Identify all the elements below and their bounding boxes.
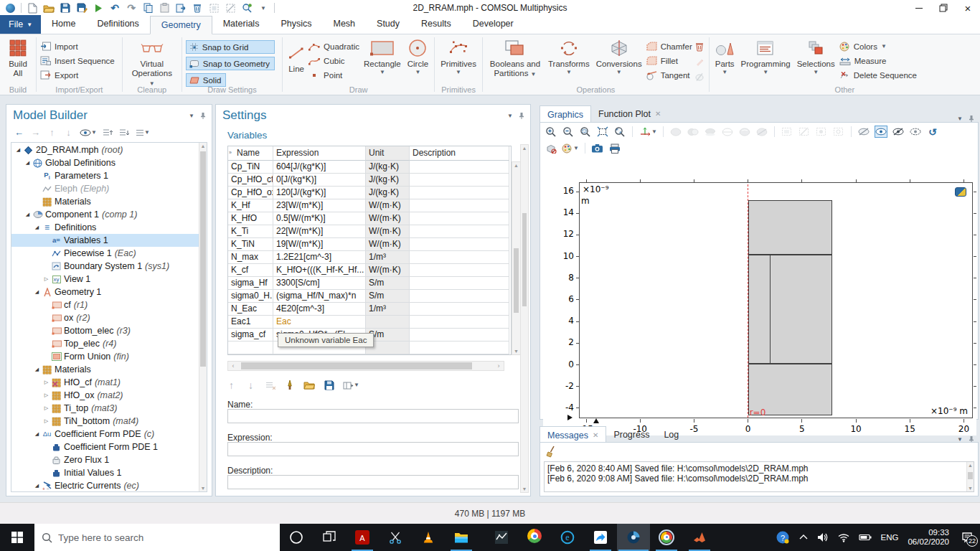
qat-delete-icon[interactable]: [192, 2, 203, 14]
cell-description[interactable]: [410, 303, 509, 316]
tab-physics[interactable]: Physics: [270, 15, 322, 34]
cell-expression[interactable]: 120[J/(kg*K)]: [273, 187, 366, 199]
cell-description[interactable]: [410, 342, 509, 354]
qat-copy-icon[interactable]: [142, 2, 154, 14]
tab-home[interactable]: Home: [41, 15, 86, 34]
cell-description[interactable]: [410, 316, 509, 329]
collapse-arrow-icon[interactable]: ◢: [33, 431, 41, 437]
oxide-region[interactable]: [748, 255, 832, 364]
tree-item-component-1[interactable]: ◢Component 1(comp 1): [11, 208, 199, 221]
view-unhidden-icon[interactable]: [875, 126, 887, 138]
tab-developer[interactable]: Developer: [462, 15, 524, 34]
cell-description[interactable]: [410, 187, 509, 199]
qat-duplicate-icon[interactable]: [175, 2, 187, 14]
cell-expression[interactable]: 0.5[W/(m*K)]: [273, 212, 366, 225]
tree-item-hfo-ox[interactable]: ▷HfO_ox(mat2): [11, 389, 199, 402]
cell-description[interactable]: [410, 290, 509, 303]
search-input[interactable]: [58, 532, 245, 543]
cell-name[interactable]: N_Eac: [228, 303, 273, 316]
table-row[interactable]: Cp_HfO_cf0[J/(kg*K)]J/(kg·K): [228, 174, 511, 187]
load-from-file-icon[interactable]: [303, 380, 315, 390]
taskbar-chrome-profile-button[interactable]: [650, 524, 683, 551]
messages-scrollbar[interactable]: ▲ ▼: [966, 462, 974, 491]
show-icon[interactable]: ▼: [80, 127, 97, 138]
cell-expression[interactable]: 1.2E21[cm^-3]: [273, 251, 366, 264]
close-button[interactable]: ×: [956, 0, 980, 16]
cell-description[interactable]: [410, 225, 509, 238]
cell-name[interactable]: K_cf: [228, 264, 273, 277]
chamfer-button[interactable]: Chamfer: [646, 40, 692, 52]
tree-item-initial-values-1[interactable]: Initial Values 1: [11, 466, 199, 479]
tree-item-bottom-elec[interactable]: Bottom_elec(r3): [11, 324, 199, 337]
battery-icon[interactable]: [859, 534, 872, 541]
fillet-button[interactable]: Fillet: [646, 55, 692, 67]
message-line[interactable]: [Feb 6, 2020 8:40 AM] Saved file: H:\com…: [545, 463, 974, 474]
zoom-out-icon[interactable]: [562, 126, 575, 138]
pick-icon[interactable]: [284, 380, 295, 390]
collapse-arrow-icon[interactable]: ◢: [24, 160, 32, 166]
cell-name[interactable]: K_TiN: [228, 238, 273, 251]
cf-ox-boundary[interactable]: [770, 255, 771, 364]
restore-button[interactable]: [931, 0, 956, 16]
transforms-button[interactable]: Transforms ▼: [546, 37, 592, 76]
circle-button[interactable]: Circle ▼: [405, 37, 430, 76]
delete-operation-icon[interactable]: [694, 41, 705, 52]
table-row[interactable]: K_TiN19[W/(m*K)]W/(m·K): [228, 238, 511, 251]
parts-button[interactable]: Parts ▼: [713, 37, 737, 76]
tree-item-electric-currents[interactable]: ◢+−Electric Currents(ec): [11, 479, 199, 492]
cell-description[interactable]: [410, 161, 509, 174]
taskbar-matlab-button[interactable]: [683, 524, 716, 551]
move-up-icon[interactable]: ↑: [47, 127, 57, 138]
collapse-arrow-icon[interactable]: ◢: [33, 289, 41, 295]
primitives-button[interactable]: Primitives ▼: [438, 37, 479, 76]
programming-button[interactable]: Programming ▼: [739, 37, 793, 76]
tree-item-coefficient-form-pde[interactable]: ◢ΔuCoefficient Form PDE(c): [11, 428, 199, 441]
booleans-partitions-button[interactable]: Booleans and Partitions ▼: [486, 37, 544, 79]
table-row[interactable]: Cp_HfO_ox120[J/(kg*K)]J/(kg·K): [228, 187, 511, 199]
tab-study[interactable]: Study: [366, 15, 410, 34]
qat-comsol-app-icon[interactable]: [4, 2, 16, 14]
collapse-arrow-icon[interactable]: ◢: [24, 212, 32, 217]
clear-messages-icon[interactable]: [546, 446, 556, 458]
tab-graphics[interactable]: Graphics: [540, 105, 591, 123]
insert-sequence-button[interactable]: Insert Sequence: [40, 55, 115, 67]
tree-item-2d-rram-mph[interactable]: ◢2D_RRAM.mph(root): [11, 143, 199, 156]
cell-expression[interactable]: 3300[S/cm]: [273, 277, 366, 290]
table-row[interactable]: K_Ti22[W/(m*K)]W/(m·K): [228, 225, 511, 238]
cell-description[interactable]: [410, 277, 509, 290]
import-button[interactable]: Import: [40, 40, 115, 52]
expand-all-icon[interactable]: [103, 127, 113, 138]
collapse-arrow-icon[interactable]: ◢: [33, 225, 41, 230]
cell-description[interactable]: [410, 329, 509, 342]
collapse-arrow-icon[interactable]: ◢: [14, 147, 22, 153]
start-button[interactable]: [0, 524, 34, 551]
taskbar-cortana-button[interactable]: [280, 524, 313, 551]
tree-item-ox[interactable]: ox(r2): [11, 311, 199, 324]
scroll-down-icon[interactable]: ▼: [967, 486, 974, 491]
selections-button[interactable]: Selections ▼: [795, 37, 837, 76]
tab-mesh[interactable]: Mesh: [322, 15, 366, 34]
rectangle-button[interactable]: Rectangle ▼: [362, 37, 403, 76]
tree-item-global-definitions[interactable]: ◢Global Definitions: [11, 156, 199, 169]
export-button[interactable]: Export: [40, 69, 115, 81]
save-to-file-icon[interactable]: [324, 380, 334, 390]
scroll-left-icon[interactable]: ‹: [228, 362, 238, 369]
tree-item-zero-flux-1[interactable]: Zero Flux 1: [11, 453, 199, 466]
panel-menu-icon[interactable]: ▼: [957, 116, 963, 122]
cell-name[interactable]: K_Ti: [228, 225, 273, 238]
tab-definitions[interactable]: Definitions: [86, 15, 149, 34]
expand-arrow-icon[interactable]: ▷: [42, 392, 50, 398]
settings-scrollbar[interactable]: ▲ ▼: [520, 144, 529, 493]
collapse-arrow-icon[interactable]: ◢: [33, 483, 41, 489]
table-row[interactable]: sigma0_H...(sigma_Hf/N_max)*nS/m: [228, 290, 511, 303]
name-field[interactable]: [227, 409, 519, 423]
tree-item-coefficient-form-pde-1[interactable]: Coefficient Form PDE 1: [11, 441, 199, 453]
qat-save-as-icon[interactable]: [76, 2, 88, 14]
tray-chevron-icon[interactable]: [799, 534, 808, 540]
node-options-icon[interactable]: ▼: [136, 127, 150, 138]
column-header-expression[interactable]: Expression: [273, 146, 366, 161]
tree-item-cf[interactable]: cf(r1): [11, 298, 199, 311]
taskbar-snipping-tool-button[interactable]: [379, 524, 412, 551]
qat-paste-icon[interactable]: [159, 2, 170, 14]
show-hidden-objects-icon[interactable]: [909, 126, 922, 138]
